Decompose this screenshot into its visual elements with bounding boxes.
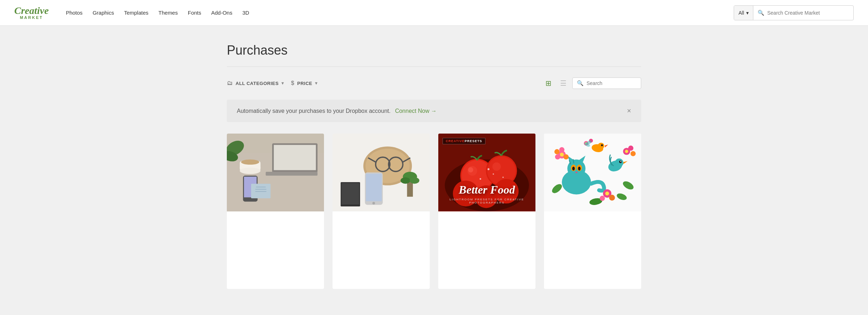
search-category-selector[interactable]: All ▾ bbox=[734, 6, 753, 20]
svg-point-79 bbox=[601, 144, 603, 146]
price-label: PRICE bbox=[297, 81, 312, 86]
svg-point-7 bbox=[241, 160, 259, 165]
svg-point-41 bbox=[492, 162, 501, 171]
svg-point-63 bbox=[559, 147, 565, 152]
nav-item-photos[interactable]: Photos bbox=[66, 10, 83, 16]
page-title: Purchases bbox=[227, 43, 641, 58]
creative-presets-badge: CREATIVEPRESETS bbox=[443, 138, 485, 144]
svg-point-74 bbox=[628, 146, 634, 151]
categories-label: ALL CATEGORIES bbox=[236, 81, 279, 86]
logo-market-text: MARKET bbox=[14, 16, 49, 20]
card3-title-overlay: Better Food LIGHTROOM PRESETS FOR CREATI… bbox=[438, 184, 535, 204]
product-card-1[interactable] bbox=[227, 134, 324, 289]
header: Creative MARKET Photos Graphics Template… bbox=[0, 0, 868, 26]
svg-point-48 bbox=[503, 177, 504, 178]
svg-point-68 bbox=[615, 159, 624, 167]
dollar-icon: $ bbox=[291, 80, 294, 86]
product-image-3: CREATIVEPRESETS Better Food LIGHTROOM PR… bbox=[438, 134, 535, 289]
svg-point-56 bbox=[572, 166, 575, 170]
logo[interactable]: Creative MARKET bbox=[14, 6, 49, 20]
desk-scene-svg bbox=[227, 134, 324, 211]
view-controls: ⊞ ☰ 🔍 bbox=[543, 77, 641, 90]
filter-search-box: 🔍 bbox=[572, 78, 641, 89]
main-nav: Photos Graphics Templates Themes Fonts A… bbox=[66, 10, 722, 16]
svg-point-47 bbox=[480, 178, 482, 180]
svg-rect-3 bbox=[266, 172, 318, 176]
svg-point-30 bbox=[410, 177, 419, 184]
product-image-1 bbox=[227, 134, 324, 211]
svg-rect-12 bbox=[251, 184, 270, 199]
nav-item-addons[interactable]: Add-Ons bbox=[211, 10, 232, 16]
price-filter[interactable]: $ PRICE ▾ bbox=[291, 80, 318, 86]
product-card-3[interactable]: CREATIVEPRESETS Better Food LIGHTROOM PR… bbox=[438, 134, 535, 289]
svg-point-62 bbox=[560, 152, 564, 156]
svg-point-45 bbox=[488, 168, 489, 170]
filter-search-icon: 🔍 bbox=[577, 80, 584, 86]
svg-point-66 bbox=[554, 149, 560, 155]
svg-rect-32 bbox=[341, 183, 359, 205]
svg-point-26 bbox=[373, 202, 375, 204]
svg-point-85 bbox=[605, 191, 609, 195]
folder-icon: 🗂 bbox=[227, 80, 233, 86]
search-input-wrap: 🔍 bbox=[753, 10, 853, 16]
dropbox-banner: Automatically save your purchases to you… bbox=[227, 100, 641, 122]
svg-rect-25 bbox=[366, 174, 381, 201]
svg-point-64 bbox=[555, 154, 560, 160]
product-card-2[interactable] bbox=[333, 134, 430, 289]
lightroom-presets-label: LIGHTROOM PRESETS FOR CREATIVE PHOTOGRAP… bbox=[438, 198, 535, 204]
svg-point-87 bbox=[600, 196, 605, 201]
list-view-button[interactable]: ☰ bbox=[557, 77, 569, 90]
svg-line-60 bbox=[573, 159, 574, 164]
header-search-bar: All ▾ 🔍 bbox=[734, 5, 854, 20]
search-icon: 🔍 bbox=[758, 10, 764, 16]
folk-art-svg bbox=[544, 134, 641, 211]
search-input[interactable] bbox=[767, 10, 849, 16]
svg-point-65 bbox=[563, 154, 569, 160]
phone-scene-svg bbox=[333, 134, 430, 211]
svg-point-29 bbox=[400, 177, 410, 184]
dropbox-close-button[interactable]: × bbox=[627, 107, 631, 115]
svg-point-6 bbox=[240, 168, 260, 174]
svg-point-46 bbox=[493, 174, 494, 175]
nav-item-graphics[interactable]: Graphics bbox=[93, 10, 114, 16]
filters-bar: 🗂 ALL CATEGORIES ▾ $ PRICE ▾ ⊞ ☰ 🔍 bbox=[227, 77, 641, 90]
svg-point-86 bbox=[609, 195, 615, 200]
dropbox-message-wrap: Automatically save your purchases to you… bbox=[237, 108, 437, 114]
connect-now-link[interactable]: Connect Now → bbox=[395, 108, 437, 114]
svg-point-75 bbox=[630, 151, 636, 156]
svg-point-77 bbox=[598, 142, 604, 149]
svg-point-57 bbox=[578, 166, 580, 170]
svg-point-38 bbox=[468, 167, 473, 172]
search-category-label: All bbox=[738, 10, 744, 16]
product-image-4 bbox=[544, 134, 641, 211]
logo-creative-text: Creative bbox=[14, 6, 49, 16]
title-divider bbox=[227, 66, 641, 67]
better-food-title: Better Food bbox=[438, 184, 535, 196]
categories-chevron-icon: ▾ bbox=[281, 81, 284, 86]
product-grid: CREATIVEPRESETS Better Food LIGHTROOM PR… bbox=[227, 134, 641, 289]
dropbox-message: Automatically save your purchases to you… bbox=[237, 108, 390, 114]
svg-rect-2 bbox=[274, 145, 316, 170]
svg-point-73 bbox=[625, 150, 628, 153]
nav-item-3d[interactable]: 3D bbox=[242, 10, 249, 16]
price-chevron-icon: ▾ bbox=[315, 81, 318, 86]
product-image-2 bbox=[333, 134, 430, 211]
nav-item-templates[interactable]: Templates bbox=[124, 10, 148, 16]
categories-filter[interactable]: 🗂 ALL CATEGORIES ▾ bbox=[227, 80, 284, 86]
nav-item-themes[interactable]: Themes bbox=[159, 10, 178, 16]
grid-view-button[interactable]: ⊞ bbox=[543, 77, 554, 90]
nav-item-fonts[interactable]: Fonts bbox=[188, 10, 201, 16]
chevron-down-icon: ▾ bbox=[746, 10, 749, 16]
product-card-4[interactable] bbox=[544, 134, 641, 289]
main-content: Purchases 🗂 ALL CATEGORIES ▾ $ PRICE ▾ ⊞… bbox=[220, 26, 648, 303]
svg-point-71 bbox=[620, 161, 622, 162]
filter-search-input[interactable] bbox=[587, 80, 637, 86]
